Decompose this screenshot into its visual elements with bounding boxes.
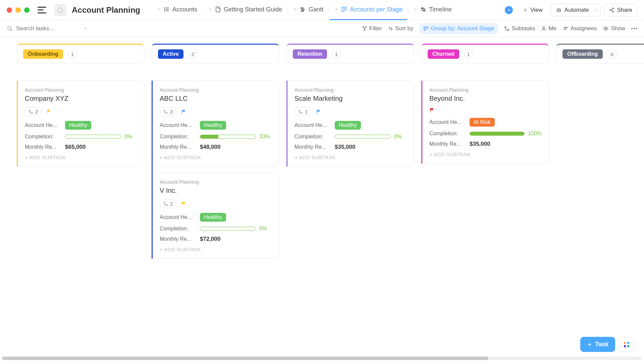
add-view-button[interactable]: View [518, 4, 547, 16]
count-badge: 1 [332, 49, 341, 59]
group-label: Group by: Account Stage [431, 25, 494, 32]
subtask-icon [29, 109, 33, 114]
svg-rect-7 [301, 8, 303, 8]
column-header[interactable]: Retention1 [286, 44, 414, 64]
new-task-button[interactable]: Task [580, 337, 615, 352]
tab-separator [203, 6, 203, 14]
stage-badge: Retention [293, 49, 327, 59]
tab-accounts-per-stage[interactable]: Accounts per Stage [330, 0, 407, 20]
minimize-window-icon[interactable] [15, 7, 21, 13]
show-button[interactable]: Show [603, 25, 625, 32]
more-menu-button[interactable] [631, 28, 637, 29]
task-card[interactable]: Account PlanningCompany XYZ2Account He..… [18, 81, 144, 167]
add-subtask-button[interactable]: + ADD SUBTASK [294, 154, 407, 160]
task-label: Task [595, 341, 608, 348]
column-header[interactable]: Active2 [152, 44, 279, 64]
folder-icon[interactable] [54, 4, 66, 16]
scrollbar-thumb[interactable] [2, 357, 488, 360]
horizontal-scrollbar[interactable] [2, 357, 642, 360]
group-by-button[interactable]: Group by: Account Stage [419, 23, 498, 34]
svg-point-43 [29, 110, 31, 111]
health-label: Account He... [160, 214, 197, 220]
filter-icon [362, 26, 367, 31]
completion-label: Completion: [25, 134, 62, 140]
task-card[interactable]: Account PlanningScale Marketing1Account … [287, 81, 414, 167]
progress-bar [335, 135, 391, 139]
revenue-value: $65,000 [65, 144, 86, 150]
svg-rect-34 [424, 29, 426, 30]
add-subtask-button[interactable]: + ADD SUBTASK [160, 246, 272, 252]
column-onboarding: Onboarding1Account PlanningCompany XYZ2A… [17, 44, 144, 265]
progress-bar [470, 132, 525, 136]
completion-label: Completion: [160, 226, 197, 232]
progress-bar [65, 135, 121, 139]
svg-rect-9 [301, 11, 304, 11]
task-card[interactable]: Account PlanningBeyond Inc.Account He...… [422, 81, 549, 164]
subtask-count[interactable]: 1 [294, 107, 311, 116]
close-window-icon[interactable] [7, 7, 12, 13]
tab-gantt[interactable]: Gantt [288, 0, 328, 20]
completion-pct: 0% [394, 134, 407, 140]
maximize-window-icon[interactable] [24, 7, 30, 13]
tab-separator [408, 6, 408, 14]
task-card[interactable]: Account PlanningABC LLC2Account He...Hea… [153, 81, 279, 167]
svg-point-49 [166, 112, 168, 114]
top-actions: View Automate Share [518, 4, 637, 16]
eye-icon [603, 26, 609, 31]
add-subtask-button[interactable]: + ADD SUBTASK [25, 154, 137, 160]
subtask-count[interactable]: 2 [160, 107, 176, 116]
tab-accounts[interactable]: Accounts [152, 0, 202, 20]
filter-button[interactable]: Filter [362, 25, 382, 32]
search-box[interactable] [7, 25, 101, 32]
tab-getting-started-guide[interactable]: Getting Started Guide [204, 0, 287, 20]
me-button[interactable]: Me [541, 25, 556, 32]
add-subtask-button[interactable]: + ADD SUBTASK [160, 154, 272, 160]
sort-label: Sort by [395, 25, 414, 32]
subtask-icon [298, 109, 303, 114]
revenue-value: $48,000 [200, 144, 220, 150]
health-badge: Healthy [335, 121, 361, 130]
sort-button[interactable]: Sort by [388, 25, 414, 32]
group-icon [423, 26, 429, 31]
tab-label: Accounts per Stage [350, 6, 402, 13]
column-header[interactable]: Onboarding1 [17, 44, 144, 64]
card-stack: Account PlanningScale Marketing1Account … [286, 81, 414, 167]
completion-pct: 0% [259, 226, 272, 232]
health-badge: Healthy [65, 121, 91, 130]
subtasks-button[interactable]: Subtasks [504, 25, 535, 32]
people-icon [562, 26, 569, 31]
share-button[interactable]: Share [604, 4, 637, 16]
apps-button[interactable] [619, 337, 634, 352]
card-folder: Account Planning [160, 179, 272, 185]
hamburger-menu-icon[interactable] [38, 7, 46, 13]
window-controls [7, 7, 30, 13]
completion-label: Completion: [294, 134, 331, 140]
column-retention: Retention1Account PlanningScale Marketin… [286, 44, 414, 265]
view-tabs: AccountsGetting Started GuideGanttAccoun… [152, 0, 499, 20]
stage-badge: Offboarding [562, 49, 603, 59]
add-subtask-button[interactable]: + ADD SUBTASK [429, 151, 542, 157]
svg-point-24 [612, 11, 614, 12]
flag-icon [429, 107, 435, 113]
revenue-value: $35,000 [335, 144, 355, 150]
assignees-button[interactable]: Assignees [562, 25, 597, 32]
task-card[interactable]: Account PlanningV Inc.2Account He...Heal… [153, 173, 279, 259]
stage-badge: Onboarding [23, 49, 63, 59]
column-header[interactable]: Offboarding0 [556, 44, 644, 64]
nav-next-icon[interactable] [505, 6, 513, 14]
automate-button[interactable]: Automate [551, 4, 601, 16]
search-input[interactable] [16, 25, 76, 32]
svg-point-42 [605, 28, 606, 29]
subtask-count[interactable]: 2 [160, 199, 176, 208]
view-label: View [530, 7, 543, 13]
filter-label: Filter [369, 25, 382, 32]
tab-timeline[interactable]: Timeline [409, 0, 456, 20]
chevron-down-icon[interactable] [83, 26, 88, 31]
health-badge: Healthy [200, 213, 226, 222]
subtask-count[interactable]: 2 [25, 107, 42, 116]
plus-icon [523, 8, 528, 12]
svg-point-36 [507, 29, 509, 31]
column-header[interactable]: Churned1 [421, 44, 549, 64]
subtask-icon [163, 201, 168, 206]
svg-rect-33 [427, 27, 428, 28]
